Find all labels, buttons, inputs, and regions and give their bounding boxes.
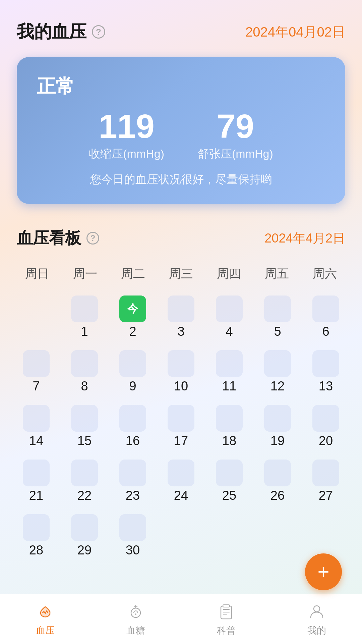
section-info-icon[interactable]: ? <box>86 232 99 245</box>
svg-point-1 <box>135 613 136 615</box>
cal-cell-20[interactable]: 20 <box>303 401 349 453</box>
cal-cell-3[interactable]: 3 <box>158 292 204 344</box>
calendar-grid: 0 1 今 2 3 4 5 6 7 <box>13 292 349 563</box>
nav-item-profile[interactable]: 我的 <box>272 594 362 644</box>
cal-cell-8[interactable]: 8 <box>62 347 107 399</box>
cal-cell-empty-2: 0 <box>206 511 252 563</box>
cal-cell-27[interactable]: 27 <box>303 456 349 508</box>
calendar-section-header: 血压看板 ? 2024年4月2日 <box>0 221 362 262</box>
add-record-button[interactable]: + <box>305 553 342 590</box>
cal-cell-13[interactable]: 13 <box>303 347 349 399</box>
cal-cell-4[interactable]: 4 <box>206 292 252 344</box>
diastolic-label: 舒张压(mmHg) <box>198 146 273 162</box>
cal-cell-26[interactable]: 26 <box>255 456 300 508</box>
cal-cell-6[interactable]: 6 <box>303 292 349 344</box>
info-icon[interactable]: ? <box>92 25 105 39</box>
cal-cell-28[interactable]: 28 <box>13 511 59 563</box>
nav-label-blood-pressure: 血压 <box>36 624 55 637</box>
cal-cell-5[interactable]: 5 <box>255 292 300 344</box>
bp-values-row: 119 收缩压(mmHg) 79 舒张压(mmHg) <box>37 109 325 162</box>
diastolic-group: 79 舒张压(mmHg) <box>198 109 273 162</box>
nav-label-science: 科普 <box>217 624 236 637</box>
nav-item-blood-pressure[interactable]: 血压 <box>0 594 90 644</box>
today-marker-label: 今 <box>127 302 138 316</box>
cal-cell-12[interactable]: 12 <box>255 347 300 399</box>
profile-icon <box>307 601 327 622</box>
weekday-thu: 周四 <box>205 262 253 285</box>
nav-label-blood-sugar: 血糖 <box>126 624 145 637</box>
weekday-tue: 周二 <box>109 262 157 285</box>
cal-cell-16[interactable]: 16 <box>110 401 156 453</box>
cal-cell-23[interactable]: 23 <box>110 456 156 508</box>
systolic-group: 119 收缩压(mmHg) <box>89 109 164 162</box>
nav-item-blood-sugar[interactable]: 血糖 <box>90 594 181 644</box>
cal-cell-1[interactable]: 1 <box>62 292 107 344</box>
cal-cell-30[interactable]: 30 <box>110 511 156 563</box>
bp-message: 您今日的血压状况很好，尽量保持哟 <box>37 172 325 187</box>
systolic-value: 119 <box>89 109 164 143</box>
cal-cell-19[interactable]: 19 <box>255 401 300 453</box>
systolic-label: 收缩压(mmHg) <box>89 146 164 162</box>
weekday-sun: 周日 <box>13 262 61 285</box>
section-title-text: 血压看板 <box>17 227 81 249</box>
weekday-sat: 周六 <box>301 262 349 285</box>
cal-cell-15[interactable]: 15 <box>62 401 107 453</box>
page-title: 我的血压 <box>17 20 86 44</box>
nav-item-science[interactable]: 科普 <box>181 594 272 644</box>
cal-cell-18[interactable]: 18 <box>206 401 252 453</box>
cal-cell-11[interactable]: 11 <box>206 347 252 399</box>
science-icon <box>216 601 236 622</box>
cal-cell-7[interactable]: 7 <box>13 347 59 399</box>
calendar: 周日 周一 周二 周三 周四 周五 周六 0 1 今 2 3 4 <box>0 262 362 563</box>
cal-cell-25[interactable]: 25 <box>206 456 252 508</box>
bottom-navigation: 血压 血糖 科普 <box>0 594 362 644</box>
weekday-header: 周日 周一 周二 周三 周四 周五 周六 <box>13 262 349 285</box>
section-title-group: 血压看板 ? <box>17 227 99 249</box>
page-header: 我的血压 ? 2024年04月02日 <box>0 0 362 54</box>
weekday-mon: 周一 <box>61 262 109 285</box>
cal-cell-empty-1: 0 <box>158 511 204 563</box>
cal-cell-14[interactable]: 14 <box>13 401 59 453</box>
bp-summary-card: 正常 119 收缩压(mmHg) 79 舒张压(mmHg) 您今日的血压状况很好… <box>17 57 345 204</box>
nav-label-profile: 我的 <box>307 624 326 637</box>
header-date: 2024年04月02日 <box>245 23 345 41</box>
cal-cell-21[interactable]: 21 <box>13 456 59 508</box>
diastolic-value: 79 <box>198 109 273 143</box>
bp-status-label: 正常 <box>37 74 325 99</box>
cal-cell-9[interactable]: 9 <box>110 347 156 399</box>
cal-cell-empty-0: 0 <box>13 292 59 344</box>
cal-cell-empty-3: 0 <box>255 511 300 563</box>
cal-cell-24[interactable]: 24 <box>158 456 204 508</box>
section-date: 2024年4月2日 <box>264 230 345 247</box>
weekday-wed: 周三 <box>157 262 205 285</box>
svg-point-0 <box>131 608 140 618</box>
page-title-group: 我的血压 ? <box>17 20 105 44</box>
cal-cell-22[interactable]: 22 <box>62 456 107 508</box>
weekday-fri: 周五 <box>253 262 301 285</box>
cal-cell-10[interactable]: 10 <box>158 347 204 399</box>
cal-cell-2-today[interactable]: 今 2 <box>110 292 156 344</box>
svg-rect-3 <box>223 605 230 607</box>
blood-pressure-icon <box>35 601 55 622</box>
cal-cell-17[interactable]: 17 <box>158 401 204 453</box>
blood-sugar-icon <box>126 601 146 622</box>
svg-point-4 <box>314 606 320 612</box>
add-icon: + <box>317 562 329 582</box>
cal-cell-29[interactable]: 29 <box>62 511 107 563</box>
